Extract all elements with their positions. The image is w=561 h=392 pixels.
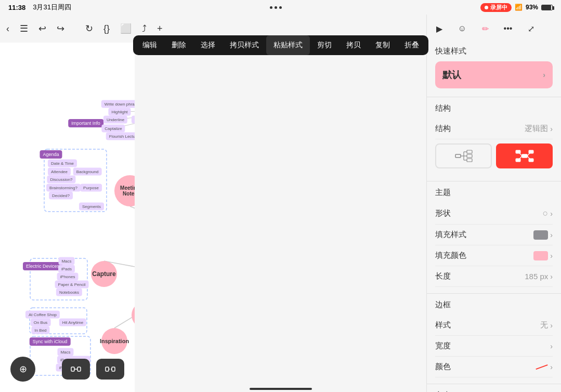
small-important-info[interactable]: Important Info [68,119,103,127]
sm-decided: Decided? [49,192,73,200]
ctx-copy[interactable]: 拷贝 [339,35,368,55]
layers-icon: ⊕ [19,363,27,375]
struct-box-left[interactable] [435,143,492,168]
theme-section: 主题 形状 ○ › 填充样式 › 填充颜色 › 长度 185 px [427,181,561,293]
structure-label: 结构 [435,103,553,113]
node-ideas[interactable]: Ideas [132,302,135,328]
canvas-area[interactable]: Writing Notes Lecture Notes Book Notes M… [0,43,135,392]
ctx-edit[interactable]: 编辑 [135,35,164,55]
connect-icon [71,365,81,373]
sm-discussion: Discussion? [47,176,75,184]
sm-flourish: Flourish Lecture Notes [106,133,135,140]
context-menu: 编辑 删除 选择 拷贝样式 粘贴样式 剪切 拷贝 复制 折叠 [133,35,428,55]
shape-row[interactable]: 形状 ○ › [435,203,553,225]
bottom-icons [62,359,124,380]
emoji-icon[interactable]: ☺ [454,20,471,37]
loop-icon[interactable]: ↻ [85,20,93,37]
ctx-fold[interactable]: 折叠 [397,35,426,55]
small-agenda[interactable]: Agenda [40,150,62,159]
shape-chevron: › [550,210,553,218]
length-row[interactable]: 长度 185 px › [435,266,553,287]
svg-rect-57 [455,154,461,158]
wifi-icon: 📶 [515,4,523,11]
node-inspiration[interactable]: Inspiration [101,328,127,354]
svg-rect-66 [522,154,527,158]
connect-button[interactable] [62,359,90,380]
border-width-row[interactable]: 宽度 › [435,336,553,357]
ctx-duplicate[interactable]: 复制 [368,35,397,55]
svg-rect-50 [77,367,81,371]
status-bar: 11:38 3月31日周四 录屏中 📶 93% [0,0,561,15]
redo-button[interactable]: ↪ [57,20,64,37]
more-icon[interactable]: ••• [500,20,516,37]
battery-label: 93% [526,4,538,11]
border-color-label: 颜色 [435,362,451,372]
sm-inbed: In Bed [31,326,49,334]
length-label: 长度 [435,271,451,281]
sm-datetime: Date & Time [48,160,77,167]
circle-icon: ○ [542,208,548,219]
svg-rect-52 [106,367,109,371]
fill-color-row[interactable]: 填充颜色 › [435,245,553,266]
ctx-cut[interactable]: 剪切 [310,35,339,55]
default-style-button[interactable]: 默认 › [435,61,553,88]
border-style-value: 无 › [540,320,553,330]
border-color-chevron: › [550,363,553,371]
quick-style-section: 快速样式 默认 › [427,40,561,97]
ctx-paste-style[interactable]: 粘贴样式 [266,35,310,55]
right-panel: ⌘ ✦ 快速样式 默认 › 结构 结构 逻辑图 › [426,0,561,392]
select-icon[interactable]: ⬜ [120,20,132,37]
structure-row[interactable]: 结构 逻辑图 › [435,119,553,139]
sm-underline: Underline [103,116,127,124]
fill-style-row[interactable]: 填充样式 › [435,225,553,245]
quick-style-title: 快速样式 [435,46,553,56]
pen-icon[interactable]: ✏ [477,20,493,37]
add-button[interactable]: + [157,20,163,37]
border-width-value: › [550,342,553,350]
list-button[interactable]: ☰ [20,20,28,37]
undo-button[interactable]: ↩ [38,20,46,37]
back-button[interactable]: ‹ [6,20,9,37]
toolbar: ‹ ☰ ↩ ↪ ↻ {} ⬜ ⤴ + [0,15,135,43]
node-meeting-notes[interactable]: Meeting Notes [114,175,135,206]
move-icon [105,365,115,373]
move-button[interactable] [96,359,124,380]
sm-onbus: On Bus [31,319,51,326]
ctx-delete[interactable]: 删除 [164,35,193,55]
battery-icon [541,5,553,10]
fill-color-chevron: › [550,252,553,260]
svg-rect-63 [467,150,472,153]
play-icon[interactable]: ▶ [431,20,448,37]
border-color-row[interactable]: 颜色 › [435,357,553,377]
center-dots [270,6,282,9]
code-icon[interactable]: {} [103,20,110,37]
expand-icon[interactable]: ⤢ [523,20,539,37]
svg-rect-49 [71,367,74,371]
struct-center-icon [515,149,534,163]
ctx-select[interactable]: 选择 [193,35,223,55]
fill-style-swatch [533,230,548,240]
fill-color-value: › [533,251,553,260]
structure-layout [435,143,553,168]
small-electric[interactable]: Electric Devices [23,262,62,270]
sm-macs1: Macs [58,257,74,265]
border-color-swatch [536,364,548,369]
fill-style-label: 填充样式 [435,230,466,240]
small-sync[interactable]: Sync with iCloud [30,337,71,346]
sm-macs2: Macs [57,348,73,356]
svg-rect-64 [467,154,472,158]
layers-button[interactable]: ⊕ [10,357,35,382]
svg-line-4 [114,278,135,328]
sm-notebooks: Notebooks [56,289,82,296]
chevron-icon: › [543,71,545,79]
border-style-row[interactable]: 样式 无 › [435,315,553,336]
external-icon[interactable]: ⤴ [142,20,147,37]
node-capture[interactable]: Capture [91,261,117,287]
sm-purpose: Purpose [80,184,102,192]
struct-box-center[interactable] [496,143,553,168]
default-label: 默认 [442,69,461,81]
sm-attendee: Attendee [48,168,71,176]
record-label: 录屏中 [490,4,507,11]
ctx-copy-style[interactable]: 拷贝样式 [223,35,266,55]
sm-highlight: Highlight [108,108,131,116]
